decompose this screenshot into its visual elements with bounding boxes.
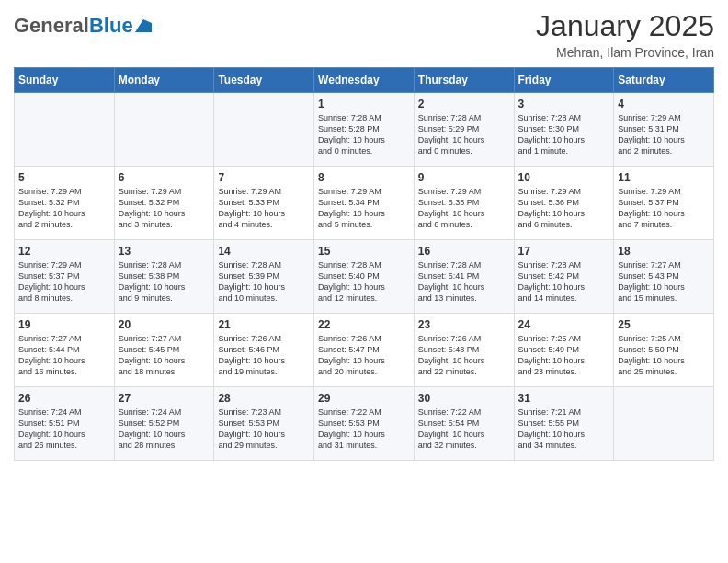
- calendar-cell: 24Sunrise: 7:25 AM Sunset: 5:49 PM Dayli…: [514, 314, 614, 387]
- calendar-cell: 22Sunrise: 7:26 AM Sunset: 5:47 PM Dayli…: [314, 314, 415, 387]
- week-row-4: 19Sunrise: 7:27 AM Sunset: 5:44 PM Dayli…: [15, 314, 714, 387]
- day-content: Sunrise: 7:27 AM Sunset: 5:45 PM Dayligh…: [119, 333, 210, 378]
- day-content: Sunrise: 7:27 AM Sunset: 5:43 PM Dayligh…: [618, 259, 710, 304]
- day-content: Sunrise: 7:25 AM Sunset: 5:49 PM Dayligh…: [518, 333, 610, 378]
- day-number: 11: [618, 171, 710, 184]
- day-content: Sunrise: 7:29 AM Sunset: 5:37 PM Dayligh…: [618, 186, 710, 231]
- day-content: Sunrise: 7:25 AM Sunset: 5:50 PM Dayligh…: [618, 333, 710, 378]
- day-content: Sunrise: 7:28 AM Sunset: 5:38 PM Dayligh…: [119, 259, 210, 304]
- day-number: 10: [518, 171, 610, 184]
- logo-icon: [135, 19, 152, 32]
- logo-text: GeneralBlue: [14, 14, 133, 38]
- calendar-cell: 19Sunrise: 7:27 AM Sunset: 5:44 PM Dayli…: [15, 314, 115, 387]
- day-number: 5: [18, 171, 110, 184]
- calendar-cell: 28Sunrise: 7:23 AM Sunset: 5:53 PM Dayli…: [214, 387, 314, 461]
- calendar-cell: 5Sunrise: 7:29 AM Sunset: 5:32 PM Daylig…: [15, 167, 115, 240]
- calendar-cell: 21Sunrise: 7:26 AM Sunset: 5:46 PM Dayli…: [214, 314, 314, 387]
- calendar-cell: 31Sunrise: 7:21 AM Sunset: 5:55 PM Dayli…: [514, 387, 614, 461]
- day-number: 14: [218, 245, 310, 258]
- calendar-title: January 2025: [536, 9, 714, 43]
- week-row-5: 26Sunrise: 7:24 AM Sunset: 5:51 PM Dayli…: [15, 387, 714, 461]
- calendar-cell: 29Sunrise: 7:22 AM Sunset: 5:53 PM Dayli…: [314, 387, 415, 461]
- week-row-3: 12Sunrise: 7:29 AM Sunset: 5:37 PM Dayli…: [15, 240, 714, 314]
- calendar-container: GeneralBlue January 2025 Mehran, Ilam Pr…: [0, 0, 728, 470]
- calendar-cell: 3Sunrise: 7:28 AM Sunset: 5:30 PM Daylig…: [514, 93, 614, 167]
- day-content: Sunrise: 7:26 AM Sunset: 5:46 PM Dayligh…: [218, 333, 310, 378]
- week-row-2: 5Sunrise: 7:29 AM Sunset: 5:32 PM Daylig…: [15, 167, 714, 240]
- day-content: Sunrise: 7:26 AM Sunset: 5:47 PM Dayligh…: [318, 333, 410, 378]
- day-number: 26: [18, 392, 110, 405]
- day-content: Sunrise: 7:24 AM Sunset: 5:51 PM Dayligh…: [18, 407, 110, 452]
- day-content: Sunrise: 7:28 AM Sunset: 5:40 PM Dayligh…: [318, 259, 410, 304]
- day-content: Sunrise: 7:22 AM Sunset: 5:54 PM Dayligh…: [418, 407, 510, 452]
- weekday-friday: Friday: [514, 68, 614, 93]
- calendar-cell: 16Sunrise: 7:28 AM Sunset: 5:41 PM Dayli…: [414, 240, 514, 314]
- day-number: 6: [119, 171, 210, 184]
- weekday-sunday: Sunday: [15, 68, 115, 93]
- day-number: 12: [18, 245, 110, 258]
- weekday-thursday: Thursday: [414, 68, 514, 93]
- calendar-cell: [614, 387, 714, 461]
- day-number: 7: [218, 171, 310, 184]
- day-number: 18: [618, 245, 710, 258]
- day-number: 24: [518, 318, 610, 331]
- calendar-cell: 14Sunrise: 7:28 AM Sunset: 5:39 PM Dayli…: [214, 240, 314, 314]
- calendar-cell: 6Sunrise: 7:29 AM Sunset: 5:32 PM Daylig…: [114, 167, 214, 240]
- weekday-tuesday: Tuesday: [214, 68, 314, 93]
- calendar-cell: 23Sunrise: 7:26 AM Sunset: 5:48 PM Dayli…: [414, 314, 514, 387]
- day-content: Sunrise: 7:29 AM Sunset: 5:32 PM Dayligh…: [119, 186, 210, 231]
- day-content: Sunrise: 7:29 AM Sunset: 5:34 PM Dayligh…: [318, 186, 410, 231]
- calendar-cell: 15Sunrise: 7:28 AM Sunset: 5:40 PM Dayli…: [314, 240, 415, 314]
- calendar-subtitle: Mehran, Ilam Province, Iran: [536, 45, 714, 60]
- day-number: 29: [318, 392, 410, 405]
- calendar-cell: 26Sunrise: 7:24 AM Sunset: 5:51 PM Dayli…: [15, 387, 115, 461]
- calendar-table: SundayMondayTuesdayWednesdayThursdayFrid…: [14, 67, 714, 461]
- calendar-cell: 8Sunrise: 7:29 AM Sunset: 5:34 PM Daylig…: [314, 167, 415, 240]
- day-content: Sunrise: 7:28 AM Sunset: 5:41 PM Dayligh…: [418, 259, 510, 304]
- calendar-cell: 10Sunrise: 7:29 AM Sunset: 5:36 PM Dayli…: [514, 167, 614, 240]
- day-number: 28: [218, 392, 310, 405]
- calendar-cell: 30Sunrise: 7:22 AM Sunset: 5:54 PM Dayli…: [414, 387, 514, 461]
- calendar-cell: 2Sunrise: 7:28 AM Sunset: 5:29 PM Daylig…: [414, 93, 514, 167]
- day-number: 3: [518, 98, 610, 110]
- day-number: 31: [518, 392, 610, 405]
- day-number: 15: [318, 245, 410, 258]
- weekday-monday: Monday: [114, 68, 214, 93]
- logo-blue: Blue: [89, 14, 133, 37]
- day-number: 19: [18, 318, 110, 331]
- day-content: Sunrise: 7:28 AM Sunset: 5:42 PM Dayligh…: [518, 259, 610, 304]
- day-content: Sunrise: 7:29 AM Sunset: 5:31 PM Dayligh…: [618, 112, 710, 157]
- calendar-cell: 27Sunrise: 7:24 AM Sunset: 5:52 PM Dayli…: [114, 387, 214, 461]
- day-number: 30: [418, 392, 510, 405]
- day-content: Sunrise: 7:21 AM Sunset: 5:55 PM Dayligh…: [518, 407, 610, 452]
- weekday-saturday: Saturday: [614, 68, 714, 93]
- day-number: 8: [318, 171, 410, 184]
- day-number: 4: [618, 98, 710, 110]
- day-content: Sunrise: 7:27 AM Sunset: 5:44 PM Dayligh…: [18, 333, 110, 378]
- day-content: Sunrise: 7:29 AM Sunset: 5:33 PM Dayligh…: [218, 186, 310, 231]
- day-content: Sunrise: 7:22 AM Sunset: 5:53 PM Dayligh…: [318, 407, 410, 452]
- day-content: Sunrise: 7:29 AM Sunset: 5:36 PM Dayligh…: [518, 186, 610, 231]
- day-content: Sunrise: 7:28 AM Sunset: 5:29 PM Dayligh…: [418, 112, 510, 157]
- day-content: Sunrise: 7:29 AM Sunset: 5:37 PM Dayligh…: [18, 259, 110, 304]
- calendar-cell: 7Sunrise: 7:29 AM Sunset: 5:33 PM Daylig…: [214, 167, 314, 240]
- day-content: Sunrise: 7:28 AM Sunset: 5:28 PM Dayligh…: [318, 112, 410, 157]
- week-row-1: 1Sunrise: 7:28 AM Sunset: 5:28 PM Daylig…: [15, 93, 714, 167]
- logo-general: General: [14, 14, 89, 37]
- calendar-cell: [214, 93, 314, 167]
- day-number: 17: [518, 245, 610, 258]
- day-number: 25: [618, 318, 710, 331]
- day-content: Sunrise: 7:29 AM Sunset: 5:32 PM Dayligh…: [18, 186, 110, 231]
- day-number: 2: [418, 98, 510, 110]
- calendar-cell: 4Sunrise: 7:29 AM Sunset: 5:31 PM Daylig…: [614, 93, 714, 167]
- calendar-cell: 18Sunrise: 7:27 AM Sunset: 5:43 PM Dayli…: [614, 240, 714, 314]
- day-content: Sunrise: 7:29 AM Sunset: 5:35 PM Dayligh…: [418, 186, 510, 231]
- day-content: Sunrise: 7:24 AM Sunset: 5:52 PM Dayligh…: [119, 407, 210, 452]
- calendar-cell: [15, 93, 115, 167]
- calendar-cell: 9Sunrise: 7:29 AM Sunset: 5:35 PM Daylig…: [414, 167, 514, 240]
- day-number: 27: [119, 392, 210, 405]
- day-number: 16: [418, 245, 510, 258]
- day-content: Sunrise: 7:23 AM Sunset: 5:53 PM Dayligh…: [218, 407, 310, 452]
- day-number: 1: [318, 98, 410, 110]
- svg-marker-0: [135, 19, 152, 32]
